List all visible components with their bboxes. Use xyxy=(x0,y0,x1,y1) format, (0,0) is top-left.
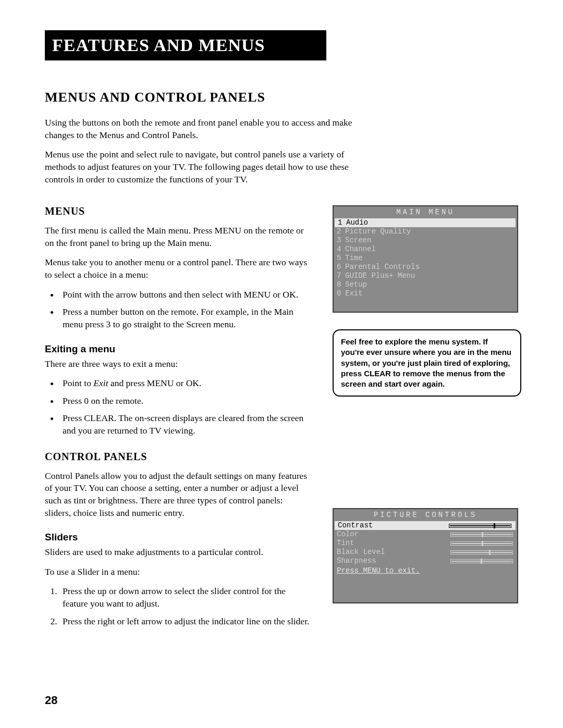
osd-picture-controls: PICTURE CONTROLS ContrastColorTintBlack … xyxy=(333,508,518,603)
osd-exit-text: Press MENU to exit. xyxy=(334,565,517,575)
osd-slider-track xyxy=(450,541,513,546)
osd-slider-thumb xyxy=(482,541,483,546)
osd-slider-thumb xyxy=(482,532,483,537)
list-item: Point to Exit and press MENU or OK. xyxy=(59,377,310,390)
osd-menu-item: 4Channel xyxy=(334,245,517,254)
osd-menu-label: Exit xyxy=(345,289,363,298)
osd-slider-thumb xyxy=(489,550,491,555)
subheading-sliders: Sliders xyxy=(45,532,310,543)
list-item: Press a number button on the remote. For… xyxy=(59,306,310,330)
osd-menu-label: Picture Quality xyxy=(345,227,411,236)
osd-slider-label: Black Level xyxy=(337,548,385,557)
osd-slider-track xyxy=(450,550,513,554)
list-item: Point with the arrow buttons and then se… xyxy=(59,289,310,301)
page-header: Features and Menus xyxy=(52,35,319,55)
osd-menu-item: 3Screen xyxy=(334,236,517,245)
osd-menu-item: 6Parental Controls xyxy=(334,263,517,272)
osd-menu-label: Screen xyxy=(345,236,371,245)
osd-menu-label: GUIDE Plus+ Menu xyxy=(345,272,415,280)
list-item: Press 0 on the remote. xyxy=(59,395,310,408)
osd-menu-item: 7GUIDE Plus+ Menu xyxy=(334,272,517,280)
osd-slider-row: Contrast xyxy=(335,521,516,530)
osd-slider-label: Color xyxy=(337,530,359,539)
osd-slider-label: Tint xyxy=(337,539,354,548)
osd-menu-number: 8 xyxy=(337,280,345,289)
list-item: Press the right or left arrow to adjust … xyxy=(59,615,310,628)
body-paragraph: Sliders are used to make adjustments to … xyxy=(45,546,310,559)
subheading-menus: Menus xyxy=(45,205,310,217)
page-header-bar: Features and Menus xyxy=(45,30,326,60)
osd-title: MAIN MENU xyxy=(334,206,517,218)
subheading-exiting: Exiting a menu xyxy=(45,343,310,355)
intro-paragraph: Menus use the point and select rule to n… xyxy=(45,149,358,186)
osd-slider-row: Color xyxy=(334,530,517,539)
osd-menu-number: 0 xyxy=(337,289,345,298)
osd-menu-item: 1Audio xyxy=(335,218,516,227)
osd-menu-label: Audio xyxy=(346,218,368,227)
osd-menu-item: 2Picture Quality xyxy=(334,227,517,236)
page-number: 28 xyxy=(45,694,57,707)
body-paragraph: The first menu is called the Main menu. … xyxy=(45,225,310,249)
osd-menu-label: Parental Controls xyxy=(345,263,420,272)
body-paragraph: To use a Slider in a menu: xyxy=(45,566,310,578)
osd-slider-row: Black Level xyxy=(334,548,517,557)
osd-slider-row: Tint xyxy=(334,539,517,548)
osd-slider-label: Contrast xyxy=(338,521,373,530)
section-heading-menus-panels: Menus and Control Panels xyxy=(45,90,521,105)
list-item: Press CLEAR. The on-screen displays are … xyxy=(59,412,310,437)
body-paragraph: Control Panels allow you to adjust the d… xyxy=(45,470,310,520)
osd-slider-track xyxy=(449,524,511,528)
body-paragraph: Menus take you to another menu or a cont… xyxy=(45,256,310,281)
osd-menu-number: 6 xyxy=(337,263,345,272)
osd-slider-track xyxy=(450,533,513,537)
list-item: Press the up or down arrow to select the… xyxy=(59,585,310,610)
osd-menu-number: 3 xyxy=(337,236,345,245)
osd-menu-item: 0Exit xyxy=(334,289,517,298)
osd-menu-item: 8Setup xyxy=(334,280,517,289)
osd-menu-number: 5 xyxy=(337,254,345,263)
body-paragraph: There are three ways to exit a menu: xyxy=(45,358,310,371)
osd-slider-label: Sharpness xyxy=(337,557,376,565)
osd-menu-number: 1 xyxy=(338,218,346,227)
osd-menu-label: Setup xyxy=(345,280,367,289)
osd-slider-thumb xyxy=(481,559,482,564)
callout-box: Feel free to explore the menu system. If… xyxy=(333,329,521,397)
osd-menu-number: 2 xyxy=(337,227,345,236)
osd-menu-number: 7 xyxy=(337,272,345,280)
osd-menu-label: Channel xyxy=(345,245,376,254)
osd-menu-label: Time xyxy=(345,254,363,263)
subheading-control-panels: Control Panels xyxy=(45,451,310,463)
osd-slider-track xyxy=(450,559,513,563)
osd-title: PICTURE CONTROLS xyxy=(334,509,517,521)
osd-menu-item: 5Time xyxy=(334,254,517,263)
osd-main-menu: MAIN MENU 1Audio2Picture Quality3Screen4… xyxy=(333,205,518,313)
osd-slider-thumb xyxy=(494,523,495,528)
osd-menu-number: 4 xyxy=(337,245,345,254)
osd-slider-row: Sharpness xyxy=(334,557,517,565)
intro-paragraph: Using the buttons on both the remote and… xyxy=(45,117,358,141)
